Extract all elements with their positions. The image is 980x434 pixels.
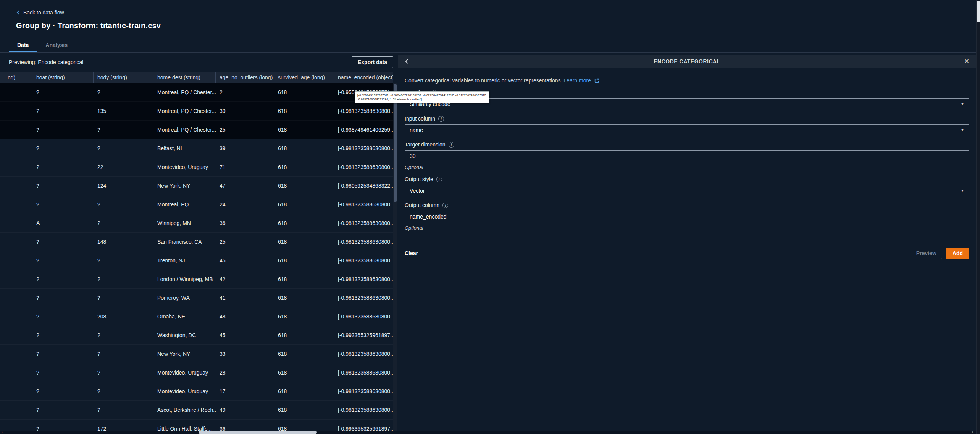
table-row[interactable]: ??Pomeroy, WA41618[-0.981323588630800... — [0, 289, 393, 307]
table-row[interactable]: ?135Montreal, PQ / Chester...30618[-0.98… — [0, 102, 393, 121]
info-icon[interactable]: i — [442, 203, 448, 208]
tab-data[interactable]: Data — [9, 39, 37, 53]
table-cell: ? — [32, 195, 94, 214]
table-row[interactable]: ??Belfast, NI39618[-0.981323588630800... — [0, 139, 393, 158]
export-data-button[interactable]: Export data — [352, 56, 393, 68]
encode-categorical-panel: ENCODE CATEGORICAL ✕ Convert categorical… — [398, 55, 976, 434]
table-cell: 25 — [216, 233, 274, 251]
table-cell: 36 — [216, 420, 274, 431]
table-row[interactable]: ??Washington, DC45618[-0.993365325961897… — [0, 326, 393, 345]
table-row[interactable]: ??Montreal, PQ / Chester...2618[-0.95564… — [0, 83, 393, 102]
table-row[interactable]: ??Montreal, PQ24618[-0.981323588630800..… — [0, 195, 393, 214]
table-row[interactable]: ?124New York, NY47618[-0.980592534868322… — [0, 177, 393, 195]
table-cell: 618 — [274, 251, 334, 270]
table-cell: 618 — [274, 195, 334, 214]
table-cell — [0, 326, 32, 344]
table-cell: 208 — [94, 307, 153, 326]
table-cell — [0, 307, 32, 326]
table-cell: [-0.981323588630800... — [334, 195, 393, 214]
column-header[interactable]: survived_age (long) — [274, 72, 334, 83]
table-row[interactable]: ??Montevideo, Uruguay17618[-0.9813235886… — [0, 382, 393, 401]
table-cell — [0, 345, 32, 363]
tabs-divider — [0, 52, 976, 53]
table-cell: [-0.993365325961897... — [334, 420, 393, 431]
table-cell: ? — [32, 233, 94, 251]
panel-close-button[interactable]: ✕ — [964, 58, 970, 65]
table-cell: ? — [94, 139, 153, 158]
info-icon[interactable]: i — [438, 116, 444, 122]
table-horizontal-scrollbar-thumb[interactable] — [199, 431, 317, 434]
table-cell: ? — [32, 121, 94, 139]
tab-analysis[interactable]: Analysis — [37, 39, 76, 53]
table-cell: New York, NY — [153, 177, 216, 195]
clear-button[interactable]: Clear — [405, 250, 418, 256]
table-cell: 42 — [216, 270, 274, 288]
table-cell — [0, 270, 32, 288]
preview-button[interactable]: Preview — [911, 248, 942, 259]
input-column-select[interactable]: name ▼ — [405, 124, 969, 135]
output-column-label: Output column — [405, 202, 439, 208]
column-header[interactable]: name_encoded (object) — [334, 72, 393, 83]
table-row[interactable]: ?172Little Onn Hall, Staffs...36618[-0.9… — [0, 420, 393, 431]
table-cell: [-0.981323588630800... — [334, 270, 393, 288]
column-header[interactable]: body (string) — [94, 72, 153, 83]
panel-footer: Clear Preview Add — [405, 248, 969, 259]
table-cell — [0, 121, 32, 139]
table-cell: ? — [32, 382, 94, 400]
table-cell: [-0.981323588630800... — [334, 214, 393, 232]
table-row[interactable]: ?208Omaha, NE48618[-0.981323588630800... — [0, 307, 393, 326]
table-cell: ? — [32, 326, 94, 344]
column-header[interactable]: age_no_outliers (long) — [216, 72, 274, 83]
table-cell: 41 — [216, 289, 274, 307]
info-icon[interactable]: i — [436, 177, 442, 182]
target-dimension-input[interactable] — [405, 150, 969, 161]
table-cell: Montevideo, Uruguay — [153, 363, 216, 382]
output-column-input[interactable] — [405, 211, 969, 222]
table-row[interactable]: ??London / Winnipeg, MB42618[-0.98132358… — [0, 270, 393, 289]
table-cell: 49 — [216, 401, 274, 419]
table-vertical-scrollbar[interactable] — [393, 83, 397, 431]
table-cell: 618 — [274, 139, 334, 158]
page-vertical-scrollbar[interactable] — [976, 0, 980, 434]
table-row[interactable]: ?148San Francisco, CA25618[-0.9813235886… — [0, 233, 393, 251]
table-body: ??Montreal, PQ / Chester...2618[-0.95564… — [0, 83, 393, 431]
scroll-right-icon[interactable]: › — [972, 429, 974, 434]
page-vertical-scrollbar-thumb[interactable] — [977, 1, 980, 22]
column-header[interactable]: boat (string) — [32, 72, 94, 83]
table-row[interactable]: ??Ascot, Berkshire / Roch...49618[-0.981… — [0, 401, 393, 420]
table-cell: ? — [32, 345, 94, 363]
table-row[interactable]: ??Montevideo, Uruguay28618[-0.9813235886… — [0, 363, 393, 382]
table-row[interactable]: ??Montreal, PQ / Chester...25618[-0.9387… — [0, 121, 393, 139]
table-row[interactable]: A?Winnipeg, MN36618[-0.981323588630800..… — [0, 214, 393, 233]
learn-more-link[interactable]: Learn more. — [563, 77, 592, 84]
info-icon[interactable]: i — [449, 142, 454, 148]
table-cell: [-0.981323588630800... — [334, 363, 393, 382]
table-cell — [0, 420, 32, 431]
column-header[interactable]: ng) — [0, 72, 32, 83]
table-cell: ? — [94, 289, 153, 307]
table-cell: 618 — [274, 326, 334, 344]
table-cell: 33 — [216, 345, 274, 363]
add-button[interactable]: Add — [946, 248, 969, 259]
table-cell — [0, 382, 32, 400]
output-style-field-label: Output style i — [405, 176, 969, 182]
table-cell: ? — [32, 401, 94, 419]
table-row[interactable]: ?22Montevideo, Uruguay71618[-0.981323588… — [0, 158, 393, 177]
table-cell: 618 — [274, 382, 334, 400]
table-cell: ? — [94, 83, 153, 101]
table-cell: [-0.981323588630800... — [334, 307, 393, 326]
column-header[interactable]: home.dest (string) — [153, 72, 216, 83]
table-cell: 24 — [216, 195, 274, 214]
table-cell: Montevideo, Uruguay — [153, 158, 216, 176]
output-style-select[interactable]: Vector ▼ — [405, 185, 969, 196]
back-link[interactable]: Back to data flow — [16, 10, 64, 16]
panel-back-button[interactable] — [404, 58, 410, 65]
table-row[interactable]: ??Trenton, NJ45618[-0.981323588630800... — [0, 251, 393, 270]
table-cell: London / Winnipeg, MB — [153, 270, 216, 288]
scroll-left-icon[interactable]: ‹ — [1, 429, 3, 434]
table-horizontal-scrollbar[interactable] — [0, 431, 976, 434]
target-dimension-label: Target dimension — [405, 141, 446, 148]
table-cell: 618 — [274, 345, 334, 363]
table-cell: ? — [94, 251, 153, 270]
table-row[interactable]: ??New York, NY33618[-0.981323588630800..… — [0, 345, 393, 363]
